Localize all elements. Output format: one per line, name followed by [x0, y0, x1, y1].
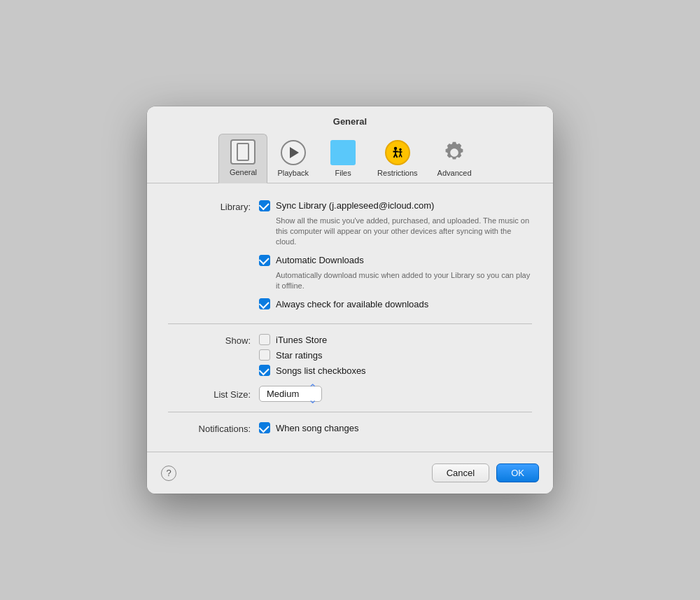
sync-library-label: Sync Library (j.appleseed@icloud.com) — [276, 200, 434, 211]
auto-downloads-row: Automatic Downloads — [259, 255, 532, 266]
svg-line-9 — [400, 154, 402, 158]
sync-library-desc: Show all the music you've added, purchas… — [259, 216, 532, 248]
footer: ? Cancel OK — [147, 452, 553, 494]
help-button[interactable]: ? — [161, 466, 176, 481]
show-content: iTunes Store Star ratings Songs list che… — [259, 334, 532, 380]
tab-playback[interactable]: Playback — [267, 135, 318, 183]
sync-library-checkbox[interactable] — [259, 200, 270, 211]
show-section: Show: iTunes Store Star ratings — [168, 334, 532, 380]
ok-button[interactable]: OK — [496, 463, 539, 482]
divider-2 — [168, 412, 532, 412]
cancel-button[interactable]: Cancel — [432, 463, 489, 482]
itunes-store-label: iTunes Store — [276, 335, 327, 345]
always-check-wrap: Always check for available downloads — [259, 298, 428, 309]
restrictions-icon — [384, 139, 411, 166]
auto-downloads-wrap: Automatic Downloads — [259, 255, 364, 266]
always-check-label: Always check for available downloads — [276, 299, 428, 309]
star-ratings-checkbox[interactable] — [259, 349, 270, 361]
songs-list-label: Songs list checkboxes — [276, 365, 366, 376]
advanced-icon — [441, 139, 468, 166]
star-ratings-row: Star ratings — [259, 349, 532, 361]
tab-general[interactable]: General — [218, 134, 267, 183]
toolbar: General Playback Files — [147, 127, 553, 183]
show-label: Show: — [168, 334, 259, 346]
star-ratings-wrap: Star ratings — [259, 349, 322, 361]
when-song-row: When song changes — [259, 422, 532, 433]
divider-1 — [168, 323, 532, 324]
library-label: Library: — [168, 200, 259, 212]
auto-downloads-label: Automatic Downloads — [276, 255, 364, 265]
itunes-store-row: iTunes Store — [259, 334, 532, 345]
tab-restrictions[interactable]: Restrictions — [368, 135, 427, 183]
notifications-section: Notifications: When song changes — [168, 422, 532, 438]
sync-library-wrap: Sync Library (j.appleseed@icloud.com) — [259, 200, 434, 211]
content-area: Library: Sync Library (j.appleseed@iclou… — [147, 183, 553, 438]
playback-icon — [280, 139, 307, 166]
files-icon — [330, 139, 356, 166]
list-size-section: List Size: Small Medium Large ⌃⌄ — [168, 386, 532, 402]
songs-list-checkbox[interactable] — [259, 365, 270, 376]
tab-files[interactable]: Files — [318, 135, 368, 183]
songs-list-wrap: Songs list checkboxes — [259, 365, 366, 376]
list-size-select-wrapper: Small Medium Large ⌃⌄ — [259, 386, 322, 402]
list-size-select[interactable]: Small Medium Large — [259, 386, 322, 402]
svg-point-5 — [399, 148, 401, 150]
svg-line-4 — [396, 154, 398, 158]
tab-general-label: General — [230, 168, 257, 176]
list-size-content: Small Medium Large ⌃⌄ — [259, 386, 532, 402]
itunes-store-wrap: iTunes Store — [259, 334, 327, 345]
tab-advanced[interactable]: Advanced — [428, 135, 482, 183]
itunes-store-checkbox[interactable] — [259, 334, 270, 345]
auto-downloads-desc: Automatically download music when added … — [259, 270, 532, 292]
library-content: Sync Library (j.appleseed@icloud.com) Sh… — [259, 200, 532, 314]
footer-buttons: Cancel OK — [432, 463, 539, 482]
library-section: Library: Sync Library (j.appleseed@iclou… — [168, 200, 532, 314]
tab-playback-label: Playback — [277, 169, 309, 177]
svg-line-10 — [398, 151, 398, 152]
auto-downloads-checkbox[interactable] — [259, 255, 270, 266]
preferences-dialog: General General Playback Files — [147, 106, 553, 494]
when-song-label: When song changes — [276, 423, 359, 433]
always-check-row: Always check for available downloads — [259, 298, 532, 309]
tab-restrictions-label: Restrictions — [377, 169, 417, 177]
svg-point-0 — [394, 146, 397, 149]
when-song-wrap: When song changes — [259, 422, 359, 433]
songs-list-row: Songs list checkboxes — [259, 365, 532, 376]
always-check-checkbox[interactable] — [259, 298, 270, 309]
list-size-label: List Size: — [168, 388, 259, 400]
notifications-label: Notifications: — [168, 422, 259, 434]
tab-files-label: Files — [335, 169, 351, 177]
when-song-checkbox[interactable] — [259, 422, 270, 433]
sync-library-row: Sync Library (j.appleseed@icloud.com) — [259, 200, 532, 211]
general-icon — [230, 139, 256, 165]
tab-advanced-label: Advanced — [438, 169, 472, 177]
star-ratings-label: Star ratings — [276, 350, 322, 361]
dialog-title: General — [147, 106, 553, 127]
notifications-content: When song changes — [259, 422, 532, 438]
